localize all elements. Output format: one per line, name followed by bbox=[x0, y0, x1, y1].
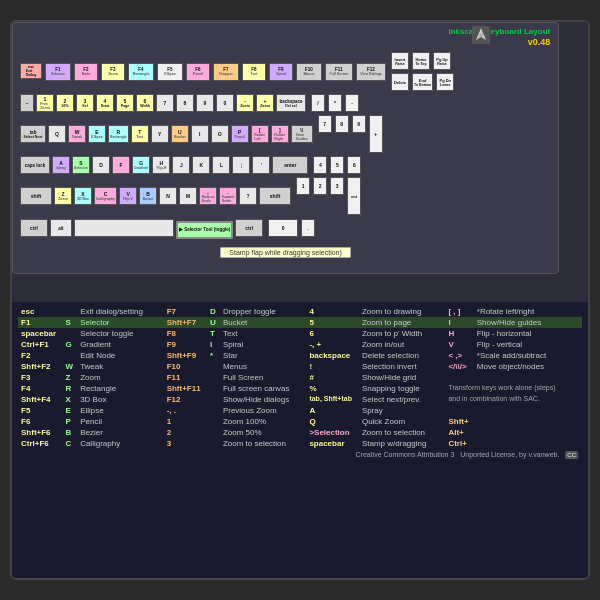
key-f8[interactable]: F8Text bbox=[242, 63, 266, 81]
key-pgup[interactable]: Pg UpRaise bbox=[433, 52, 451, 70]
key-a[interactable]: ASpray bbox=[52, 156, 70, 174]
key-f5[interactable]: F5Ellipse bbox=[157, 63, 183, 81]
key-meta[interactable]: alt bbox=[50, 219, 72, 237]
key-i[interactable]: I bbox=[191, 125, 209, 143]
key-num7[interactable]: 7 bbox=[318, 115, 332, 133]
key-d[interactable]: D bbox=[92, 156, 110, 174]
key-r[interactable]: RRectangle bbox=[108, 125, 129, 143]
key-minus[interactable]: -Zoom bbox=[236, 94, 254, 112]
key-h[interactable]: HFlip-H bbox=[152, 156, 170, 174]
key-num-dot[interactable]: . bbox=[301, 219, 315, 237]
key-num9[interactable]: 9 bbox=[352, 115, 366, 133]
key-l[interactable]: L bbox=[212, 156, 230, 174]
key-semicolon[interactable]: ; bbox=[232, 156, 250, 174]
key-enter[interactable]: enter bbox=[272, 156, 308, 174]
shortcut-num: 4 bbox=[306, 306, 359, 317]
key-3[interactable]: 3Sel bbox=[76, 94, 94, 112]
shortcut-letter: C bbox=[62, 438, 77, 449]
key-g[interactable]: GGradient bbox=[132, 156, 150, 174]
key-f9[interactable]: F9Spiral bbox=[269, 63, 293, 81]
key-esc[interactable]: escExitDialog bbox=[20, 63, 42, 79]
key-plus[interactable]: +Zoom bbox=[256, 94, 274, 112]
key-f1[interactable]: F1Selector bbox=[45, 63, 71, 81]
key-o[interactable]: O bbox=[211, 125, 229, 143]
key-num-div[interactable]: / bbox=[311, 94, 325, 112]
key-n[interactable]: N bbox=[159, 187, 177, 205]
key-num5[interactable]: 5 bbox=[330, 156, 344, 174]
key-b[interactable]: BBezier bbox=[139, 187, 157, 205]
key-s[interactable]: SSelector bbox=[72, 156, 90, 174]
key-num0[interactable]: 0 bbox=[268, 219, 298, 237]
key-num-plus[interactable]: + bbox=[369, 115, 383, 153]
key-5[interactable]: 5Page bbox=[116, 94, 134, 112]
key-num-mul[interactable]: * bbox=[328, 94, 342, 112]
key-k[interactable]: K bbox=[192, 156, 210, 174]
key-num2[interactable]: 2 bbox=[313, 177, 327, 195]
key-tab[interactable]: tabSelect Next bbox=[20, 125, 46, 143]
key-1[interactable]: 1PrevZoom bbox=[36, 94, 54, 112]
key-delete[interactable]: Delete bbox=[391, 73, 409, 91]
key-8[interactable]: 8 bbox=[176, 94, 194, 112]
key-2[interactable]: 250% bbox=[56, 94, 74, 112]
key-ctrl-l[interactable]: ctrl bbox=[20, 219, 48, 237]
key-slash[interactable]: ? bbox=[239, 187, 257, 205]
key-4[interactable]: 4Draw bbox=[96, 94, 114, 112]
key-w[interactable]: WTweak bbox=[68, 125, 86, 143]
key-7[interactable]: 7 bbox=[156, 94, 174, 112]
shortcut-desc3: Zoom to p' Width bbox=[359, 328, 446, 339]
key-num-minus[interactable]: - bbox=[345, 94, 359, 112]
key-z[interactable]: ZZoom bbox=[54, 187, 72, 205]
key-comma[interactable]: ,ReduceScale bbox=[199, 187, 217, 205]
key-e[interactable]: EEllipse bbox=[88, 125, 106, 143]
key-bracket-l[interactable]: [RotateLeft bbox=[251, 125, 269, 143]
key-f12[interactable]: F12View Dialogs bbox=[356, 63, 386, 81]
key-backslash[interactable]: \\ViewGuides bbox=[291, 125, 313, 143]
shortcut-desc2: Previous Zoom bbox=[220, 405, 307, 416]
key-space[interactable] bbox=[74, 219, 174, 237]
key-num8[interactable]: 8 bbox=[335, 115, 349, 133]
key-f7[interactable]: F7Dropper bbox=[213, 63, 239, 81]
key-f3[interactable]: F3Zoom bbox=[101, 63, 125, 81]
key-6[interactable]: 6Width bbox=[136, 94, 154, 112]
key-num1[interactable]: 1 bbox=[296, 177, 310, 195]
key-shift-r[interactable]: shift bbox=[259, 187, 291, 205]
key-0[interactable]: 0 bbox=[216, 94, 234, 112]
key-f6[interactable]: F6Pencil bbox=[186, 63, 210, 81]
key-v[interactable]: VFlip-V bbox=[119, 187, 137, 205]
key-ctrl-r[interactable]: ctrl bbox=[235, 219, 263, 237]
key-backtick[interactable]: ~ bbox=[20, 94, 34, 112]
key-num3[interactable]: 3 bbox=[330, 177, 344, 195]
key-u[interactable]: UBucket bbox=[171, 125, 189, 143]
key-p[interactable]: PPencil bbox=[231, 125, 249, 143]
key-q[interactable]: Q bbox=[48, 125, 66, 143]
key-backspace[interactable]: backspaceDel sel bbox=[276, 94, 306, 112]
key-f10[interactable]: F10Menus bbox=[296, 63, 322, 81]
key-f11[interactable]: F11Full Screen bbox=[325, 63, 353, 81]
shortcut-desc: Pencil bbox=[77, 416, 164, 427]
key-end[interactable]: EndTo Bottom bbox=[412, 73, 433, 91]
shortcut-key2: Shft+F11 bbox=[164, 383, 207, 394]
key-period[interactable]: .ExpandScale bbox=[219, 187, 237, 205]
key-t[interactable]: TText bbox=[131, 125, 149, 143]
key-capslock[interactable]: caps lock bbox=[20, 156, 50, 174]
key-selector-toggle[interactable]: ▶ Selector Tool (toggle) bbox=[176, 221, 233, 239]
key-f4[interactable]: F4Rectangle bbox=[128, 63, 154, 81]
key-home[interactable]: HomeTo Top bbox=[412, 52, 430, 70]
key-num-enter[interactable]: ent bbox=[347, 177, 361, 215]
key-c[interactable]: CCalligraphy bbox=[94, 187, 117, 205]
key-quote[interactable]: ' bbox=[252, 156, 270, 174]
key-f2[interactable]: F2Node bbox=[74, 63, 98, 81]
key-x[interactable]: X3D Box bbox=[74, 187, 92, 205]
key-num4[interactable]: 4 bbox=[313, 156, 327, 174]
shortcut-key: F1 bbox=[18, 317, 62, 328]
key-bracket-r[interactable]: ]RotateRight bbox=[271, 125, 289, 143]
key-num6[interactable]: 6 bbox=[347, 156, 361, 174]
key-shift-l[interactable]: shift bbox=[20, 187, 52, 205]
key-pgdn[interactable]: Pg DnLower bbox=[436, 73, 454, 91]
key-9[interactable]: 9 bbox=[196, 94, 214, 112]
key-f[interactable]: F bbox=[112, 156, 130, 174]
key-y[interactable]: Y bbox=[151, 125, 169, 143]
key-m[interactable]: M bbox=[179, 187, 197, 205]
key-insert[interactable]: InsertRaise bbox=[391, 52, 409, 70]
key-j[interactable]: J bbox=[172, 156, 190, 174]
